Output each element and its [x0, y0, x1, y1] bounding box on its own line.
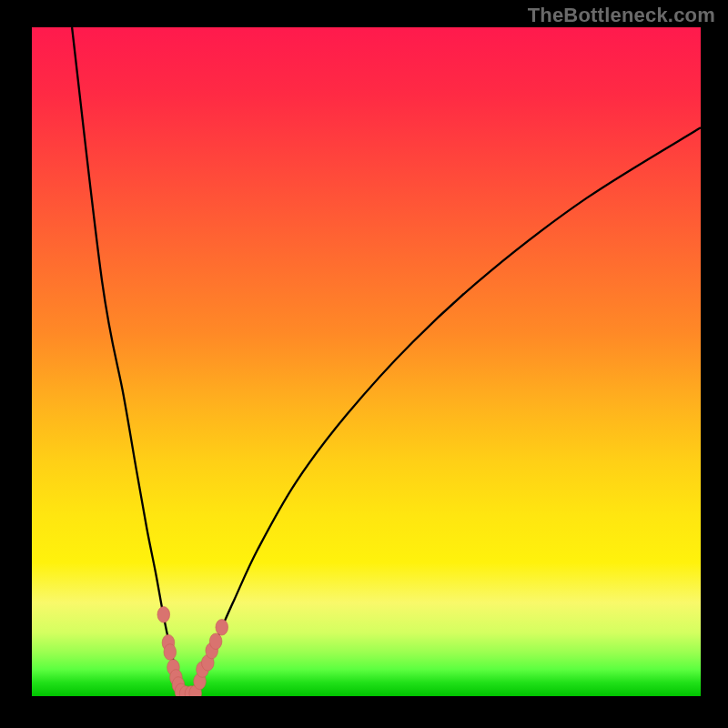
watermark-text: TheBottleneck.com [528, 4, 715, 27]
chart-frame: TheBottleneck.com [0, 0, 728, 728]
scatter-dot [216, 619, 228, 635]
scatter-dot [164, 644, 177, 661]
scatter-dot [157, 607, 170, 623]
curve-right-branch [196, 127, 701, 694]
bottleneck-curve-svg [32, 27, 701, 696]
curve-left-branch [72, 27, 183, 694]
scatter-markers [157, 607, 228, 696]
scatter-dot [209, 633, 222, 650]
